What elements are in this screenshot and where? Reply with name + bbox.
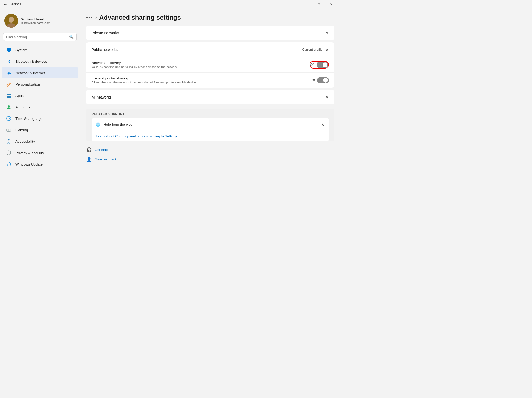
section-private-header[interactable]: Private networks ∨ — [86, 26, 334, 40]
privacy-nav-icon — [6, 150, 12, 156]
svg-rect-10 — [7, 96, 9, 98]
svg-point-19 — [9, 130, 10, 130]
sidebar-label-gaming: Gaming — [15, 128, 28, 132]
section-public: Public networks Current profile ∧ Networ… — [86, 42, 334, 88]
bluetooth-nav-icon — [6, 58, 12, 64]
setting-network_discovery-toggle-wrapper: Off — [310, 61, 329, 69]
sidebar-item-accessibility[interactable]: Accessibility — [2, 136, 78, 147]
sidebar-label-accounts: Accounts — [15, 105, 30, 109]
setting-file_printer-desc: Allow others on the network to access sh… — [92, 81, 196, 84]
give_feedback-label: Give feedback — [95, 157, 117, 161]
sidebar-label-accessibility: Accessibility — [15, 139, 35, 143]
search-input[interactable] — [6, 35, 67, 39]
sidebar-label-privacy: Privacy & security — [15, 151, 44, 155]
close-button[interactable]: ✕ — [325, 0, 337, 9]
update-nav-icon — [6, 161, 12, 167]
bottom-link-get_help[interactable]: 🎧 Get help — [86, 146, 334, 154]
setting-network_discovery: Network discovery Your PC can find and b… — [86, 57, 334, 73]
sidebar-label-system: System — [15, 48, 27, 52]
sidebar-item-personalization[interactable]: Personalization — [2, 79, 78, 90]
setting-file_printer-label: File and printer sharing — [92, 76, 196, 80]
related-support: Related support 🌐 Help from the web ∧ Le… — [86, 109, 334, 141]
breadcrumb: ••• > Advanced sharing settings — [86, 14, 334, 21]
bottom-links: 🎧 Get help 👤 Give feedback — [86, 146, 334, 163]
section-public-info: Public networks — [92, 48, 118, 52]
svg-rect-11 — [9, 96, 11, 98]
accounts-nav-icon — [6, 104, 12, 110]
section-all_networks-header[interactable]: All networks ∨ — [86, 90, 334, 104]
sidebar-label-personalization: Personalization — [15, 82, 40, 86]
avatar — [4, 14, 18, 28]
titlebar-left: ← Settings — [3, 2, 21, 7]
section-all_networks-chevron: ∨ — [326, 95, 329, 100]
search-box[interactable]: 🔍 — [3, 33, 77, 41]
sidebar-nav: System Bluetooth & devices Network & int… — [0, 44, 80, 170]
svg-point-6 — [9, 74, 9, 75]
svg-rect-5 — [7, 52, 10, 52]
titlebar-controls: — □ ✕ — [301, 0, 337, 9]
sidebar-item-network[interactable]: Network & internet — [2, 67, 78, 78]
related-support-title: Related support — [92, 112, 329, 116]
sidebar-item-accounts[interactable]: Accounts — [2, 101, 78, 113]
setting-file_printer-text: File and printer sharing Allow others on… — [92, 76, 196, 84]
sidebar-item-time[interactable]: Time & language — [2, 113, 78, 124]
setting-network_discovery-desc: Your PC can find and be found by other d… — [92, 65, 177, 69]
svg-rect-3 — [7, 48, 11, 51]
svg-line-7 — [9, 83, 10, 84]
sidebar-item-gaming[interactable]: Gaming — [2, 124, 78, 136]
minimize-button[interactable]: — — [301, 0, 313, 9]
user-info: William Harrel bill@williamharrel.com — [21, 17, 51, 24]
maximize-button[interactable]: □ — [313, 0, 325, 9]
svg-rect-9 — [9, 94, 11, 95]
sidebar-label-apps: Apps — [15, 94, 24, 98]
sidebar-item-system[interactable]: System — [2, 44, 78, 56]
get_help-icon: 🎧 — [86, 147, 92, 153]
user-email: bill@williamharrel.com — [21, 21, 51, 24]
section-public-header[interactable]: Public networks Current profile ∧ — [86, 42, 334, 57]
setting-file_printer-knob — [323, 78, 328, 83]
section-all_networks: All networks ∨ — [86, 90, 334, 104]
help-section-header[interactable]: 🌐 Help from the web ∧ — [92, 118, 329, 131]
setting-network_discovery-knob — [323, 62, 327, 67]
main-content: ••• > Advanced sharing settings Private … — [80, 9, 340, 199]
help-section-label: Help from the web — [103, 122, 133, 126]
setting-file_printer-state: Off — [311, 78, 315, 82]
section-public-label: Public networks — [92, 48, 118, 52]
user-name: William Harrel — [21, 17, 51, 21]
apps-nav-icon — [6, 93, 12, 99]
accessibility-nav-icon — [6, 138, 12, 144]
gaming-nav-icon — [6, 127, 12, 133]
help-section-left: 🌐 Help from the web — [96, 122, 133, 127]
section-public-chevron: ∧ — [326, 47, 329, 52]
personalization-nav-icon — [6, 81, 12, 87]
sidebar-item-update[interactable]: Windows Update — [2, 159, 78, 170]
svg-rect-8 — [7, 94, 9, 95]
setting-file_printer-toggle-wrapper: Off — [311, 77, 329, 83]
network-nav-icon — [6, 70, 12, 76]
section-all_networks-label: All networks — [92, 95, 111, 99]
svg-point-20 — [8, 139, 10, 141]
breadcrumb-dots[interactable]: ••• — [86, 15, 93, 20]
sections-container: Private networks ∨ Public networks Curre… — [86, 26, 334, 104]
setting-file_printer-toggle[interactable] — [317, 77, 329, 83]
user-profile[interactable]: William Harrel bill@williamharrel.com — [0, 11, 80, 33]
setting-file_printer: File and printer sharing Allow others on… — [86, 73, 334, 88]
breadcrumb-sep: > — [95, 15, 97, 20]
sidebar-item-apps[interactable]: Apps — [2, 90, 78, 101]
sidebar-item-privacy[interactable]: Privacy & security — [2, 147, 78, 158]
setting-network_discovery-toggle[interactable] — [317, 62, 328, 68]
sidebar-label-bluetooth: Bluetooth & devices — [15, 60, 47, 63]
sidebar-item-bluetooth[interactable]: Bluetooth & devices — [2, 56, 78, 67]
setting-network_discovery-text: Network discovery Your PC can find and b… — [92, 61, 177, 69]
window-title: Settings — [10, 2, 21, 6]
setting-network_discovery-state: Off — [310, 63, 314, 67]
get_help-label: Get help — [95, 148, 108, 152]
help-chevron-up-icon: ∧ — [321, 122, 325, 127]
setting-network_discovery-label: Network discovery — [92, 61, 177, 65]
back-icon[interactable]: ← — [3, 2, 7, 7]
support-link-0[interactable]: Learn about Control panel options moving… — [92, 131, 329, 141]
svg-point-12 — [8, 105, 10, 108]
section-private: Private networks ∨ — [86, 26, 334, 40]
bottom-link-give_feedback[interactable]: 👤 Give feedback — [86, 155, 334, 163]
page-title: Advanced sharing settings — [99, 14, 181, 21]
